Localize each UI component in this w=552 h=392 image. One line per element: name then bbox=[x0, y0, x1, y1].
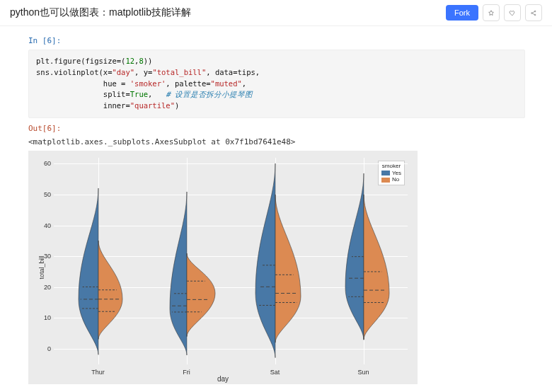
output-prompt: Out[6]: bbox=[28, 124, 525, 133]
svg-point-1 bbox=[534, 11, 536, 12]
swatch-no bbox=[381, 178, 390, 183]
x-tick: Sun bbox=[357, 369, 369, 376]
x-tick: Fri bbox=[183, 369, 190, 376]
y-tick: 20 bbox=[41, 284, 51, 291]
like-button[interactable] bbox=[504, 4, 521, 21]
violin-chart: total_bill day smoker Yes No ThurFriSatS… bbox=[28, 151, 418, 384]
x-tick: Thur bbox=[91, 369, 105, 376]
legend-item-no: No bbox=[381, 176, 401, 183]
top-bar: python也可以做图表：matplotlib技能详解 Fork bbox=[0, 0, 552, 26]
plot-area: smoker Yes No ThurFriSatSun bbox=[54, 158, 408, 364]
star-icon bbox=[488, 8, 495, 18]
y-tick: 50 bbox=[41, 191, 51, 198]
page-title: python也可以做图表：matplotlib技能详解 bbox=[10, 6, 191, 19]
y-tick: 10 bbox=[41, 314, 51, 321]
y-tick: 60 bbox=[41, 160, 51, 167]
y-tick: 40 bbox=[41, 222, 51, 229]
fork-button[interactable]: Fork bbox=[446, 5, 478, 21]
code-cell: plt.figure(figsize=(12,8)) sns.violinplo… bbox=[28, 50, 525, 118]
y-tick: 0 bbox=[41, 345, 51, 352]
x-tick: Sat bbox=[270, 369, 280, 376]
y-tick: 30 bbox=[41, 253, 51, 260]
input-prompt: In [6]: bbox=[28, 36, 525, 45]
legend-item-yes: Yes bbox=[381, 170, 401, 177]
heart-icon bbox=[509, 8, 516, 18]
share-button[interactable] bbox=[525, 4, 542, 21]
violin-half bbox=[363, 195, 391, 341]
svg-point-0 bbox=[531, 12, 533, 13]
swatch-yes bbox=[381, 171, 390, 175]
share-icon bbox=[530, 8, 537, 18]
violin-half bbox=[98, 241, 125, 340]
violin-half bbox=[186, 253, 217, 338]
output-repr: <matplotlib.axes._subplots.AxesSubplot a… bbox=[28, 137, 525, 146]
action-bar: Fork bbox=[446, 4, 542, 21]
svg-point-2 bbox=[534, 14, 536, 16]
x-axis-label: day bbox=[28, 375, 418, 383]
violin-half bbox=[275, 195, 303, 344]
notebook-content: In [6]: plt.figure(figsize=(12,8)) sns.v… bbox=[0, 26, 552, 384]
star-button[interactable] bbox=[483, 4, 500, 21]
